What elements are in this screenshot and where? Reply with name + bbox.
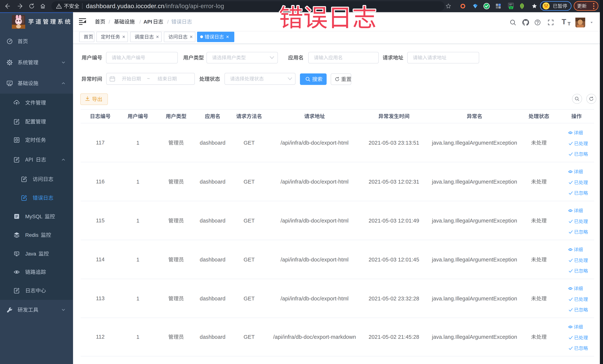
svg-text:on: on — [510, 7, 512, 9]
